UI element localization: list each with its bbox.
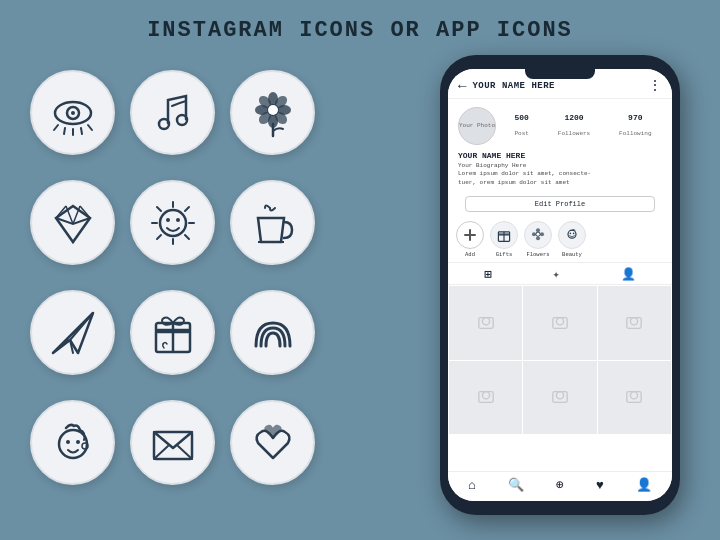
face-icon	[30, 400, 115, 485]
svg-line-4	[64, 128, 65, 134]
photo-cell-5	[523, 361, 596, 434]
home-nav-icon[interactable]: ⌂	[468, 478, 476, 493]
svg-rect-70	[627, 317, 641, 328]
highlights-row: Add Gifts Flowers	[448, 217, 672, 263]
svg-rect-76	[627, 392, 641, 403]
stat-followers: 1200 Followers	[558, 113, 590, 140]
photo-cell-2	[523, 286, 596, 359]
svg-point-2	[71, 111, 75, 115]
following-label: Following	[619, 130, 651, 137]
svg-point-60	[540, 232, 544, 236]
svg-point-46	[76, 440, 80, 444]
coffee-icon	[230, 180, 315, 265]
svg-point-57	[536, 228, 540, 232]
svg-point-67	[556, 317, 563, 324]
svg-line-6	[81, 128, 82, 134]
flower-icon	[230, 70, 315, 155]
heart-nav-icon[interactable]: ♥	[596, 478, 604, 493]
svg-point-26	[160, 210, 186, 236]
svg-line-49	[154, 446, 168, 459]
svg-point-28	[176, 218, 180, 222]
svg-line-36	[157, 235, 161, 239]
svg-point-45	[66, 440, 70, 444]
svg-point-69	[631, 317, 638, 324]
stat-posts: 500 Post	[514, 113, 528, 140]
star-tab-icon[interactable]: ✦	[553, 267, 560, 282]
highlight-gifts-circle	[490, 221, 518, 249]
svg-rect-74	[553, 392, 567, 403]
profile-name: YOUR NAME HERE	[458, 151, 662, 160]
highlight-add[interactable]: Add	[456, 221, 484, 258]
photo-grid	[448, 285, 672, 435]
highlight-flowers[interactable]: Flowers	[524, 221, 552, 258]
following-count: 970	[619, 113, 651, 122]
diamond-icon	[30, 180, 115, 265]
highlight-add-circle	[456, 221, 484, 249]
profile-top: Your Photo 500 Post 1200 Followers 970 F	[458, 107, 662, 145]
phone-mockup: ← YOUR NAME HERE ⋮ Your Photo 500 Post 1	[440, 55, 680, 515]
highlight-beauty[interactable]: Beauty	[558, 221, 586, 258]
svg-line-33	[157, 207, 161, 211]
svg-line-39	[70, 313, 93, 340]
photo-cell-6	[598, 361, 671, 434]
page-title: iNSTAGRAM iCONS OR APP iCONS	[0, 0, 720, 43]
highlight-add-label: Add	[465, 251, 475, 258]
svg-point-58	[536, 236, 540, 240]
photo-cell-4	[449, 361, 522, 434]
grid-tab-icon[interactable]: ⊞	[484, 267, 491, 282]
post-count: 500	[514, 113, 528, 122]
photo-cell-3	[598, 286, 671, 359]
profile-bio: Your Biography Here Lorem ipsum dolor si…	[458, 162, 662, 187]
svg-point-61	[536, 233, 539, 236]
svg-line-34	[185, 235, 189, 239]
icons-grid	[30, 70, 320, 500]
phone-screen: ← YOUR NAME HERE ⋮ Your Photo 500 Post 1	[448, 69, 672, 501]
add-nav-icon[interactable]: ⊕	[556, 477, 564, 493]
gift-icon	[130, 290, 215, 375]
hearts-icon	[230, 400, 315, 485]
svg-rect-72	[478, 392, 492, 403]
phone-frame: ← YOUR NAME HERE ⋮ Your Photo 500 Post 1	[440, 55, 680, 515]
highlight-gifts-label: Gifts	[496, 251, 513, 258]
bottom-nav: ⌂ 🔍 ⊕ ♥ 👤	[448, 471, 672, 501]
svg-line-3	[54, 125, 58, 130]
svg-point-63	[570, 233, 572, 235]
header-left: ← YOUR NAME HERE	[458, 78, 555, 94]
paper-plane-icon	[30, 290, 115, 375]
options-icon[interactable]: ⋮	[648, 77, 662, 94]
envelope-icon	[130, 400, 215, 485]
back-arrow-icon[interactable]: ←	[458, 78, 466, 94]
follower-count: 1200	[558, 113, 590, 122]
svg-point-71	[482, 392, 489, 399]
search-nav-icon[interactable]: 🔍	[508, 477, 524, 493]
svg-point-27	[166, 218, 170, 222]
post-label: Post	[514, 130, 528, 137]
svg-point-59	[532, 232, 536, 236]
svg-rect-66	[478, 317, 492, 328]
highlight-flowers-circle	[524, 221, 552, 249]
svg-line-7	[88, 125, 92, 130]
instagram-profile: Your Photo 500 Post 1200 Followers 970 F	[448, 99, 672, 191]
stat-following: 970 Following	[619, 113, 651, 140]
svg-rect-68	[553, 317, 567, 328]
highlight-beauty-label: Beauty	[562, 251, 582, 258]
svg-point-19	[268, 105, 278, 115]
avatar: Your Photo	[458, 107, 496, 145]
highlight-beauty-circle	[558, 221, 586, 249]
content-tab-bar: ⊞ ✦ 👤	[448, 263, 672, 285]
svg-line-35	[185, 207, 189, 211]
music-icon	[130, 70, 215, 155]
eye-icon	[30, 70, 115, 155]
svg-point-73	[556, 392, 563, 399]
person-tab-icon[interactable]: 👤	[621, 267, 636, 282]
rainbow-icon	[230, 290, 315, 375]
header-username: YOUR NAME HERE	[472, 81, 555, 91]
highlight-gifts[interactable]: Gifts	[490, 221, 518, 258]
photo-cell-1	[449, 286, 522, 359]
profile-nav-icon[interactable]: 👤	[636, 477, 652, 493]
phone-notch	[525, 69, 595, 79]
svg-line-50	[178, 446, 192, 459]
edit-profile-button[interactable]: Edit Profile	[465, 196, 655, 212]
svg-point-64	[573, 233, 575, 235]
svg-point-75	[631, 392, 638, 399]
